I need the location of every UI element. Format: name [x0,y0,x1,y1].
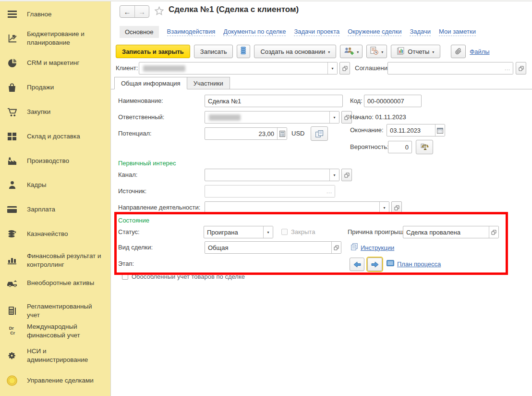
command-bar: Записать и закрыть Записать Создать на о… [116,44,490,59]
start-date-label: Начало: [350,113,374,121]
create-task-button[interactable]: ▾ [366,45,387,58]
deal-type-input[interactable] [205,242,331,253]
people-add-icon [344,47,354,56]
lose-reason-input[interactable] [403,226,489,238]
related-documents-button[interactable] [311,126,328,141]
activity-direction-open-button[interactable] [391,201,402,214]
closed-checkbox[interactable] [281,229,288,235]
calendar-icon[interactable] [435,124,445,136]
responsible-field[interactable]: ▾ [205,111,339,124]
client-dropdown-button[interactable]: ▾ [327,62,337,74]
stage-back-button[interactable] [350,258,364,271]
end-date-input[interactable] [387,124,435,136]
status-label: Статус: [118,226,140,238]
sidebar-item-production[interactable]: Производство [7,156,104,166]
probability-input[interactable] [388,141,411,153]
back-button[interactable]: ← [120,6,134,17]
separate-accounting-checkbox[interactable] [122,273,128,280]
nav-link-project-tasks[interactable]: Задачи проекта [294,28,339,36]
sidebar-item-noncurrent-assets[interactable]: Внеоборотные активы [7,278,104,288]
agreement-field[interactable]: ... [387,62,513,74]
code-input[interactable] [364,95,421,107]
code-field[interactable] [364,95,422,107]
activity-direction-field[interactable]: ▾ [205,201,389,214]
save-button[interactable]: Записать [194,45,233,58]
deal-type-open-button[interactable] [331,242,341,253]
forward-button[interactable]: → [134,6,149,17]
form-deal: ← → Сделка №1 (Сделка с клиентом) Основн… [110,0,532,396]
structure-button[interactable] [237,45,250,58]
tab-participants[interactable]: Участники [187,77,230,89]
source-field[interactable]: ... [205,185,335,198]
end-date-field[interactable] [387,124,445,136]
status-dropdown-button[interactable]: ▾ [263,226,273,238]
sidebar-item-nsi-administration[interactable]: НСИ и администрирование [7,347,104,364]
name-label: Наименование: [118,95,163,107]
report-chart-icon [397,47,405,56]
instructions-link[interactable]: Инструкции [361,244,394,251]
lose-reason-field[interactable] [403,226,499,238]
channel-dropdown-button[interactable]: ▾ [329,169,339,181]
tab-general-info[interactable]: Общая информация [114,77,187,89]
save-and-close-button[interactable]: Записать и закрыть [116,45,190,58]
name-input[interactable] [205,95,342,107]
client-label: Клиент: [116,62,138,74]
sidebar-item-budgeting[interactable]: Бюджетирование и планирование [7,30,104,47]
shopping-bag-icon [7,82,17,93]
nav-link-deal-documents[interactable]: Документы по сделке [223,28,286,36]
sidebar-item-sales[interactable]: Продажи [7,82,104,93]
sidebar-item-main[interactable]: Главное [7,9,104,20]
code-label: Код: [350,95,363,107]
status-input[interactable] [204,226,263,238]
sidebar-item-deal-management[interactable]: Управление сделками [7,375,104,386]
files-link[interactable]: Файлы [470,48,489,55]
attach-file-button[interactable] [451,45,466,58]
reports-button[interactable]: Отчеты ▾ [391,45,440,58]
channel-field[interactable]: ▾ [205,169,339,181]
deal-type-field[interactable] [205,241,341,254]
process-plan-link[interactable]: План процесса [397,260,441,268]
source-input[interactable] [205,186,325,197]
activity-direction-label: Направление деятельности: [118,201,200,214]
responsible-dropdown-button[interactable]: ▾ [329,111,339,123]
sidebar-item-warehouse[interactable]: Склад и доставка [7,131,104,142]
potential-field[interactable] [205,127,287,140]
stage-forward-button[interactable] [367,258,382,271]
nav-link-deal-environment[interactable]: Окружение сделки [348,28,401,36]
agreement-input[interactable] [388,62,503,74]
sidebar-item-label: Регламентированный учет [27,302,104,319]
name-field[interactable] [205,95,343,107]
sidebar-item-regulated-accounting[interactable]: Регламентированный учет [7,302,104,319]
nav-item-main-active[interactable]: Основное [120,26,159,38]
nav-link-my-notes[interactable]: Мои заметки [439,28,476,36]
add-contact-person-button[interactable]: ▾ [340,45,363,58]
probability-field[interactable] [388,141,412,153]
process-plan-table-icon [387,260,394,268]
nav-link-tasks[interactable]: Задачи [410,28,431,36]
calculator-picker-icon[interactable] [277,128,287,139]
favorite-star-icon[interactable] [154,6,164,17]
activity-direction-input[interactable] [205,202,379,213]
sidebar-item-crm[interactable]: CRM и маркетинг [7,58,104,68]
channel-input[interactable] [205,169,329,181]
client-field[interactable]: ▾ [139,62,338,74]
sidebar-item-international-accounting[interactable]: Dr Cr Международный финансовый учет [7,322,104,339]
create-based-on-button[interactable]: Создать на основании▾ [254,45,336,58]
channel-open-button[interactable] [341,169,352,181]
source-ellipsis-button[interactable]: ... [325,186,335,197]
probability-estimate-button[interactable] [416,140,433,154]
sidebar-item-treasury[interactable]: Казначейство [7,229,104,239]
activity-direction-dropdown-button[interactable]: ▾ [379,202,389,213]
dr-cr-icon: Dr Cr [7,326,17,336]
sidebar-item-salary[interactable]: Зарплата [7,204,104,215]
client-open-button[interactable] [339,62,350,74]
agreement-ellipsis-button[interactable]: ... [503,62,513,74]
sidebar-item-finance-result[interactable]: Финансовый результат и контроллинг [7,252,104,269]
agreement-open-button[interactable] [516,62,526,74]
nav-link-interactions[interactable]: Взаимодействия [167,28,216,36]
sidebar-item-purchases[interactable]: Закупки [7,107,104,117]
potential-input[interactable] [205,128,277,139]
status-field[interactable]: ▾ [204,226,273,238]
sidebar-item-hr[interactable]: Кадры [7,180,104,190]
lose-reason-open-button[interactable] [489,226,498,238]
